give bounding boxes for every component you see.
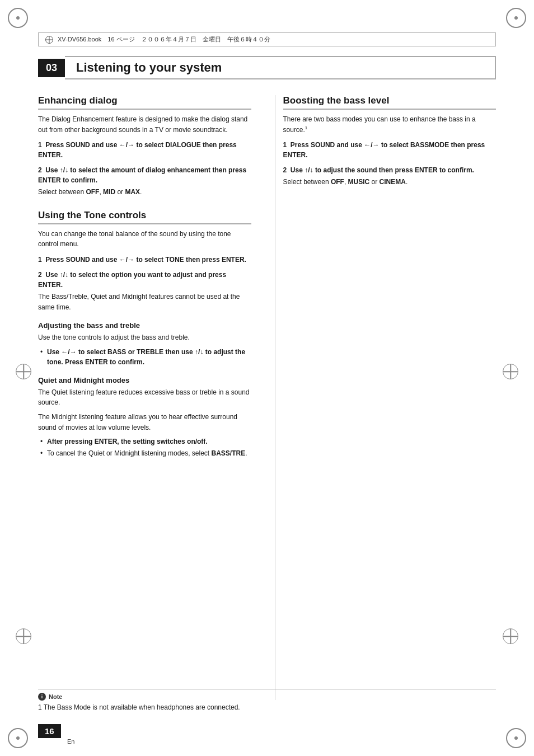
target-mark-bml [16,628,31,644]
chapter-title: Listening to your system [65,56,496,79]
tone-controls-step1: 1 Press SOUND and use ←/→ to select TONE… [38,255,251,265]
chapter-header: 03 Listening to your system [38,56,496,79]
note-section: i Note 1 The Bass Mode is not available … [38,689,496,717]
meta-crosshair-icon [45,36,53,44]
content-area: Enhancing dialog The Dialog Enhancement … [38,95,496,700]
footnote-ref-1: 1 [305,125,307,130]
quiet-midnight-para1: The Quiet listening feature reduces exce… [38,387,251,408]
subsection-quiet-midnight-title: Quiet and Midnight modes [38,376,251,384]
footnote-1: 1 The Bass Mode is not available when he… [38,702,496,713]
section-tone-controls-title: Using the Tone controls [38,210,251,224]
tone-controls-intro: You can change the tonal balance of the … [38,229,251,250]
target-mark-bmr [503,628,518,644]
target-mark-mr [503,364,518,379]
quiet-midnight-para2: The Midnight listening feature allows yo… [38,412,251,433]
note-label: i Note [38,693,496,701]
corner-mark-br [506,728,526,748]
enhancing-dialog-intro: The Dialog Enhancement feature is design… [38,114,251,135]
section-boosting-bass-title: Boosting the bass level [283,95,496,110]
page-number: 16 [38,724,61,738]
corner-mark-tr [506,8,526,28]
meta-bar: XV-DV656.book 16 ページ ２００６年４月７日 金曜日 午後６時４… [38,32,496,46]
boosting-bass-step2: 2 Use ↑/↓ to adjust the sound then press… [283,165,496,175]
target-mark-ml [16,364,31,379]
bass-treble-intro: Use the tone controls to adjust the bass… [38,332,251,343]
left-column: Enhancing dialog The Dialog Enhancement … [38,95,259,700]
enhancing-dialog-step2-detail: Select between OFF, MID or MAX. [38,187,251,198]
tone-controls-step2-detail: The Bass/Treble, Quiet and Midnight feat… [38,292,251,312]
subsection-bass-treble-title: Adjusting the bass and treble [38,321,251,330]
boosting-bass-step1: 1 Press SOUND and use ←/→ to select BASS… [283,140,496,160]
boosting-bass-intro: There are two bass modes you can use to … [283,114,496,135]
tone-controls-step2: 2 Use ↑/↓ to select the option you want … [38,270,251,290]
bass-treble-bullet1: Use ←/→ to select BASS or TREBLE then us… [38,347,251,367]
right-column: Boosting the bass level There are two ba… [275,95,496,700]
boosting-bass-step2-detail: Select between OFF, MUSIC or CINEMA. [283,177,496,187]
corner-mark-bl [8,728,28,748]
meta-file-info: XV-DV656.book 16 ページ ２００６年４月７日 金曜日 午後６時４… [58,35,270,44]
note-icon: i [38,693,46,701]
corner-mark-tl [8,8,28,28]
section-enhancing-dialog-title: Enhancing dialog [38,95,251,110]
page-lang: En [67,738,74,745]
enhancing-dialog-step2: 2 Use ↑/↓ to select the amount of dialog… [38,165,251,185]
quiet-midnight-bullet1: After pressing ENTER, the setting switch… [38,436,251,447]
chapter-number: 03 [38,59,65,77]
quiet-midnight-bullet2: To cancel the Quiet or Midnight listenin… [38,448,251,458]
enhancing-dialog-step1: 1 Press SOUND and use ←/→ to select DIAL… [38,140,251,160]
